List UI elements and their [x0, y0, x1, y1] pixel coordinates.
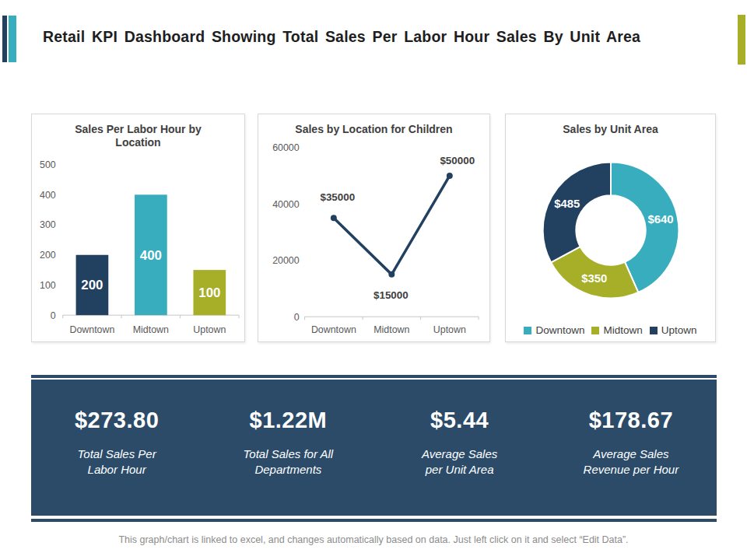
- kpi-label: Average Sales per Unit Area: [374, 446, 545, 478]
- x-tick-label-uptown: Uptown: [433, 324, 466, 335]
- y-tick-label: 60000: [272, 142, 300, 153]
- legend-item-midtown[interactable]: Midtown: [591, 324, 642, 336]
- legend-swatch-uptown: [650, 327, 658, 334]
- bar-data-label-uptown: 100: [198, 285, 220, 300]
- header-accent-bar-teal: [9, 16, 16, 62]
- line-series[interactable]: [334, 176, 450, 275]
- point-downtown[interactable]: [331, 215, 337, 221]
- kpi-panel: $273.80 Total Sales Per Labor Hour $1.22…: [31, 380, 717, 516]
- bar-chart-panel[interactable]: Sales Per Labor Hour by Location 0100200…: [31, 114, 245, 342]
- legend-label-midtown: Midtown: [603, 324, 642, 336]
- x-tick-label-midtown: Midtown: [133, 324, 169, 335]
- kpi-label: Average Sales Revenue per Hour: [545, 446, 717, 478]
- bar-data-label-midtown: 400: [140, 248, 162, 263]
- kpi-total-sales-per-labor-hour: $273.80 Total Sales Per Labor Hour: [31, 380, 202, 516]
- point-uptown[interactable]: [447, 173, 453, 179]
- donut-legend: Downtown Midtown Uptown: [506, 324, 715, 336]
- kpi-value: $273.80: [31, 408, 202, 433]
- kpi-total-sales-all-departments: $1.22M Total Sales for All Departments: [202, 380, 374, 516]
- point-data-label-midtown: $15000: [374, 289, 409, 301]
- donut-data-label-midtown: $350: [581, 272, 607, 285]
- line-chart-panel[interactable]: Sales by Location for Children 020000400…: [258, 114, 490, 342]
- legend-item-downtown[interactable]: Downtown: [524, 324, 584, 336]
- line-chart[interactable]: 0200004000060000$35000Downtown$15000Midt…: [258, 114, 489, 341]
- page-title: Retail KPI Dashboard Showing Total Sales…: [43, 28, 640, 46]
- header-accent-bar-navy: [2, 16, 7, 62]
- kpi-label: Total Sales for All Departments: [202, 446, 374, 478]
- y-tick-label: 0: [294, 312, 300, 323]
- y-tick-label: 400: [40, 190, 56, 201]
- kpi-average-sales-per-unit-area: $5.44 Average Sales per Unit Area: [374, 380, 545, 516]
- x-tick-label-downtown: Downtown: [70, 324, 115, 335]
- kpi-average-sales-revenue-per-hour: $178.67 Average Sales Revenue per Hour: [545, 380, 717, 516]
- kpi-label: Total Sales Per Labor Hour: [31, 446, 202, 478]
- y-tick-label: 40000: [272, 199, 300, 210]
- bar-chart[interactable]: 0100200300400500200Downtown400Midtown100…: [32, 114, 244, 341]
- x-tick-label-midtown: Midtown: [374, 324, 409, 335]
- point-data-label-downtown: $35000: [320, 191, 355, 203]
- legend-label-downtown: Downtown: [535, 324, 584, 336]
- kpi-value: $1.22M: [202, 408, 374, 433]
- donut-segment-uptown[interactable]: [543, 163, 611, 263]
- donut-data-label-downtown: $640: [648, 213, 674, 226]
- header-accent-bar-olive: [738, 15, 745, 65]
- legend-swatch-downtown: [524, 327, 531, 334]
- dashboard-slide: { "header": { "title": "Retail KPI Dashb…: [0, 0, 747, 560]
- kpi-top-rule: [31, 375, 717, 378]
- y-tick-label: 100: [40, 280, 56, 291]
- donut-data-label-uptown: $485: [554, 198, 580, 210]
- footer-note: This graph/chart is linked to excel, and…: [0, 534, 747, 545]
- legend-swatch-midtown: [591, 327, 599, 334]
- kpi-value: $178.67: [545, 408, 717, 433]
- y-tick-label: 0: [51, 310, 56, 321]
- bar-data-label-downtown: 200: [81, 278, 103, 292]
- donut-chart-panel[interactable]: Sales by Unit Area $640$350$485 Downtown…: [505, 114, 716, 342]
- kpi-value: $5.44: [374, 408, 545, 433]
- donut-chart[interactable]: $640$350$485: [506, 114, 715, 341]
- y-tick-label: 20000: [272, 255, 300, 266]
- y-tick-label: 500: [40, 159, 56, 170]
- point-data-label-uptown: $50000: [440, 155, 475, 166]
- legend-label-uptown: Uptown: [661, 324, 697, 336]
- point-midtown[interactable]: [388, 271, 395, 278]
- y-tick-label: 300: [40, 219, 56, 230]
- kpi-bottom-rule: [31, 519, 717, 522]
- legend-item-uptown[interactable]: Uptown: [650, 324, 697, 336]
- x-tick-label-downtown: Downtown: [311, 324, 356, 335]
- y-tick-label: 200: [40, 250, 56, 261]
- x-tick-label-uptown: Uptown: [193, 324, 226, 335]
